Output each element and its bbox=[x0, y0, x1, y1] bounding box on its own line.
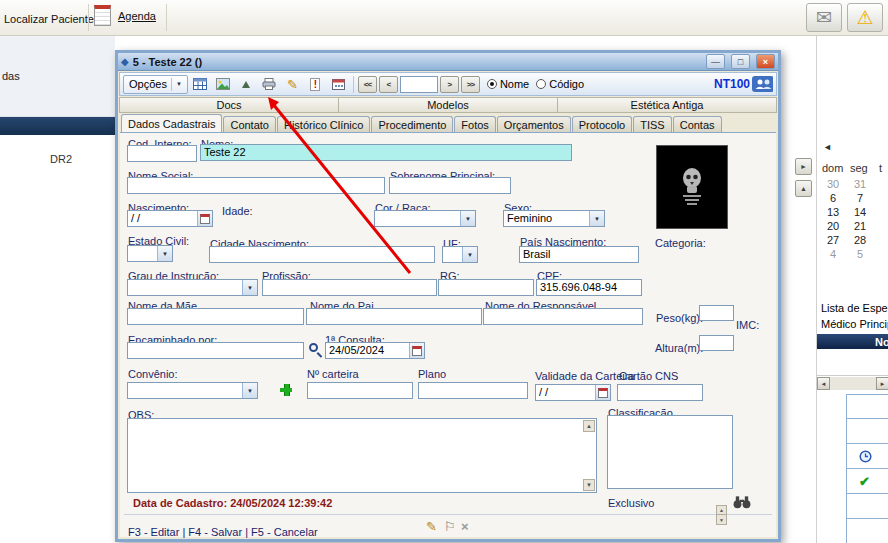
alert-button[interactable]: ! bbox=[305, 75, 326, 94]
calendar-prev-button[interactable]: ◄ bbox=[823, 142, 832, 152]
peso-field[interactable] bbox=[699, 305, 734, 321]
clear-icon[interactable]: × bbox=[461, 519, 469, 534]
chevron-down-icon[interactable]: ▼ bbox=[460, 211, 475, 226]
tab-fotos[interactable]: Fotos bbox=[454, 116, 496, 132]
minimize-button[interactable]: — bbox=[706, 54, 725, 69]
side-action-button[interactable] bbox=[846, 419, 888, 444]
waitlist-list[interactable] bbox=[817, 350, 888, 376]
chevron-down-icon[interactable]: ▼ bbox=[157, 246, 172, 261]
chevron-down-icon[interactable]: ▼ bbox=[242, 383, 257, 398]
side-action-button[interactable] bbox=[846, 444, 888, 469]
opcoes-button[interactable]: Opções ▼ bbox=[123, 75, 188, 94]
chevron-down-icon[interactable]: ▼ bbox=[589, 211, 604, 226]
section-modelos[interactable]: Modelos bbox=[339, 97, 558, 113]
panel-expand-button[interactable]: ► bbox=[795, 158, 812, 175]
obs-textarea[interactable]: ▲ ▼ bbox=[127, 418, 597, 493]
cpf-field[interactable]: 315.696.048-94 bbox=[536, 279, 642, 296]
section-docs[interactable]: Docs bbox=[119, 97, 339, 113]
altura-field[interactable] bbox=[699, 335, 734, 351]
cor-raca-select[interactable]: ▼ bbox=[374, 210, 476, 227]
cod-interno-field[interactable] bbox=[127, 145, 197, 162]
radio-nome[interactable]: Nome bbox=[487, 78, 529, 90]
cartao-cns-field[interactable] bbox=[617, 384, 703, 401]
tab-procedimento[interactable]: Procedimento bbox=[371, 116, 453, 132]
agenda-button[interactable]: Agenda bbox=[94, 5, 156, 26]
radio-codigo[interactable]: Código bbox=[536, 78, 584, 90]
flag-icon[interactable]: ⚐ bbox=[444, 519, 456, 534]
nome-social-field[interactable] bbox=[127, 177, 385, 194]
tab-historico-clinico[interactable]: Histórico Clínico bbox=[277, 116, 370, 132]
cidade-nascimento-field[interactable] bbox=[209, 246, 435, 263]
dialog-titlebar[interactable]: ◆ 5 - Teste 22 () — □ × bbox=[118, 53, 778, 71]
calendar-day-cell[interactable]: 5 bbox=[848, 248, 872, 260]
waitlist-hscrollbar[interactable]: ◄ ► bbox=[817, 377, 888, 390]
print-button[interactable] bbox=[259, 75, 280, 94]
datepicker-icon[interactable] bbox=[595, 385, 610, 400]
localizar-paciente-button[interactable]: Localizar Paciente bbox=[4, 13, 94, 25]
edit-note-icon[interactable]: ✎ bbox=[426, 519, 437, 534]
nome-mae-field[interactable] bbox=[127, 308, 304, 325]
scroll-down-button[interactable]: ▼ bbox=[716, 515, 727, 525]
calendar-day-cell[interactable]: 31 bbox=[848, 178, 872, 190]
encaminhado-field[interactable] bbox=[127, 342, 304, 359]
tab-tiss[interactable]: TISS bbox=[633, 116, 671, 132]
calendar-day-cell[interactable]: 28 bbox=[848, 234, 872, 246]
grid-button[interactable] bbox=[190, 75, 211, 94]
validade-carteira-field[interactable]: / / bbox=[535, 384, 611, 401]
nascimento-field[interactable]: / / bbox=[127, 210, 213, 227]
calendar-day-cell[interactable]: 30 bbox=[821, 178, 845, 190]
rg-field[interactable] bbox=[438, 279, 534, 296]
record-number-input[interactable] bbox=[400, 76, 438, 93]
scroll-up-button[interactable]: ▲ bbox=[583, 420, 595, 432]
datepicker-icon[interactable] bbox=[197, 211, 212, 226]
datepicker-icon[interactable] bbox=[409, 343, 424, 358]
pais-nascimento-field[interactable]: Brasil bbox=[519, 246, 639, 263]
scroll-track[interactable] bbox=[830, 377, 876, 390]
primeira-consulta-field[interactable]: 24/05/2024 bbox=[325, 342, 425, 359]
image-button[interactable] bbox=[213, 75, 234, 94]
schedule-button[interactable] bbox=[328, 75, 349, 94]
section-estetica-antiga[interactable]: Estética Antiga bbox=[558, 97, 777, 113]
nome-field[interactable]: Teste 22 bbox=[200, 144, 572, 161]
calendar-day-cell[interactable]: 7 bbox=[848, 192, 872, 204]
calendar-day-cell[interactable]: 14 bbox=[848, 206, 872, 218]
calendar-day-cell[interactable]: 21 bbox=[848, 220, 872, 232]
nav-first-button[interactable]: << bbox=[358, 76, 377, 93]
nav-next-button[interactable]: > bbox=[440, 76, 459, 93]
patients-button[interactable] bbox=[752, 75, 773, 94]
sexo-select[interactable]: Feminino ▼ bbox=[503, 210, 605, 227]
nav-prev-button[interactable]: < bbox=[379, 76, 398, 93]
side-action-button[interactable] bbox=[846, 494, 888, 519]
classificacao-list[interactable] bbox=[607, 415, 733, 489]
warning-button[interactable]: ⚠ bbox=[847, 3, 883, 32]
calendar-day-cell[interactable]: 4 bbox=[821, 248, 845, 260]
num-carteira-field[interactable] bbox=[307, 382, 413, 399]
add-convenio-icon[interactable] bbox=[280, 384, 292, 396]
uf-select[interactable]: ▼ bbox=[442, 246, 478, 263]
side-action-button[interactable] bbox=[846, 394, 888, 419]
chart-button[interactable] bbox=[236, 75, 257, 94]
calendar-day-cell[interactable]: 13 bbox=[821, 206, 845, 218]
convenio-select[interactable]: ▼ bbox=[127, 382, 258, 399]
panel-collapse-button[interactable]: ▲ bbox=[795, 180, 812, 197]
tab-dados-cadastrais[interactable]: Dados Cadastrais bbox=[121, 114, 222, 132]
side-action-button[interactable]: ✔ bbox=[846, 469, 888, 494]
side-action-button[interactable] bbox=[846, 519, 888, 543]
mail-button[interactable]: ✉ bbox=[806, 3, 842, 32]
profissao-field[interactable] bbox=[262, 279, 437, 296]
scroll-down-button[interactable]: ▼ bbox=[583, 479, 595, 491]
scroll-right-button[interactable]: ► bbox=[876, 377, 888, 390]
chevron-down-icon[interactable]: ▼ bbox=[462, 247, 477, 262]
calendar-day-cell[interactable]: 20 bbox=[821, 220, 845, 232]
tab-orcamentos[interactable]: Orçamentos bbox=[497, 116, 571, 132]
edit-button[interactable]: ✎ bbox=[282, 75, 303, 94]
sobrenome-field[interactable] bbox=[389, 177, 511, 194]
tab-contato[interactable]: Contato bbox=[223, 116, 276, 132]
calendar-day-cell[interactable]: 27 bbox=[821, 234, 845, 246]
calendar-day-cell[interactable]: 6 bbox=[821, 192, 845, 204]
scroll-up-button[interactable]: ▲ bbox=[716, 505, 727, 515]
scroll-left-button[interactable]: ◄ bbox=[817, 377, 830, 390]
nome-pai-field[interactable] bbox=[306, 308, 482, 325]
patient-photo[interactable] bbox=[656, 145, 728, 229]
maximize-button[interactable]: □ bbox=[731, 54, 750, 69]
